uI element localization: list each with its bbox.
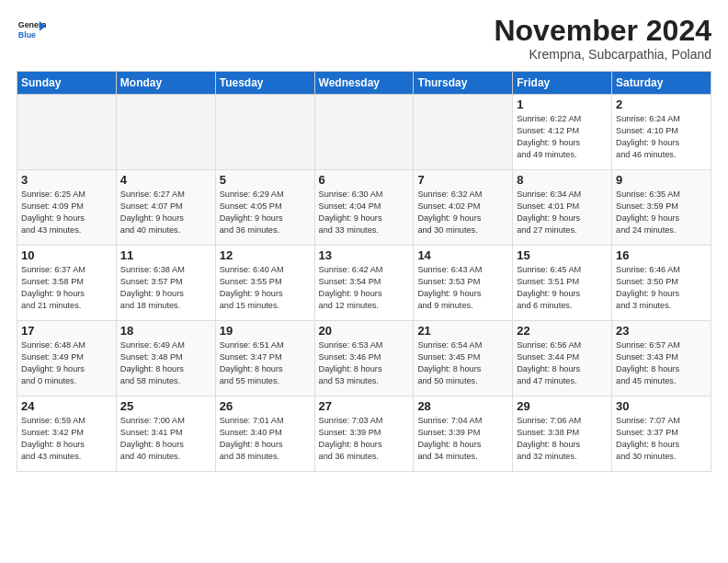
table-row: 7Sunrise: 6:32 AMSunset: 4:02 PMDaylight… <box>414 170 513 246</box>
day-info: Sunrise: 7:04 AMSunset: 3:39 PMDaylight:… <box>417 415 508 463</box>
table-row: 22Sunrise: 6:56 AMSunset: 3:44 PMDayligh… <box>513 321 612 396</box>
day-number: 13 <box>319 248 410 262</box>
day-number: 18 <box>120 324 211 338</box>
table-row: 29Sunrise: 7:06 AMSunset: 3:38 PMDayligh… <box>513 396 612 472</box>
table-row: 5Sunrise: 6:29 AMSunset: 4:05 PMDaylight… <box>215 170 314 246</box>
col-thursday: Thursday <box>414 72 513 95</box>
calendar-week-row: 24Sunrise: 6:59 AMSunset: 3:42 PMDayligh… <box>17 396 711 472</box>
table-row <box>314 95 414 170</box>
day-number: 24 <box>21 399 112 413</box>
title-section: November 2024 Krempna, Subcarpathia, Pol… <box>494 15 711 62</box>
day-number: 19 <box>220 324 311 338</box>
month-title: November 2024 <box>494 15 711 47</box>
col-sunday: Sunday <box>17 72 117 95</box>
table-row <box>17 95 117 170</box>
subtitle: Krempna, Subcarpathia, Poland <box>494 47 711 62</box>
day-number: 2 <box>616 98 707 111</box>
table-row: 25Sunrise: 7:00 AMSunset: 3:41 PMDayligh… <box>116 396 215 472</box>
table-row: 24Sunrise: 6:59 AMSunset: 3:42 PMDayligh… <box>17 396 117 472</box>
day-info: Sunrise: 6:54 AMSunset: 3:45 PMDaylight:… <box>417 339 508 387</box>
table-row: 13Sunrise: 6:42 AMSunset: 3:54 PMDayligh… <box>314 246 414 321</box>
day-info: Sunrise: 6:57 AMSunset: 3:43 PMDaylight:… <box>616 339 707 387</box>
table-row: 3Sunrise: 6:25 AMSunset: 4:09 PMDaylight… <box>17 170 117 246</box>
table-row: 15Sunrise: 6:45 AMSunset: 3:51 PMDayligh… <box>513 246 612 321</box>
table-row: 10Sunrise: 6:37 AMSunset: 3:58 PMDayligh… <box>17 246 117 321</box>
table-row: 6Sunrise: 6:30 AMSunset: 4:04 PMDaylight… <box>314 170 414 246</box>
day-info: Sunrise: 6:51 AMSunset: 3:47 PMDaylight:… <box>220 339 311 387</box>
logo: General Blue <box>17 15 46 44</box>
day-number: 5 <box>220 173 311 187</box>
day-info: Sunrise: 6:22 AMSunset: 4:12 PMDaylight:… <box>517 113 608 161</box>
day-info: Sunrise: 6:32 AMSunset: 4:02 PMDaylight:… <box>417 189 508 236</box>
day-info: Sunrise: 6:38 AMSunset: 3:57 PMDaylight:… <box>120 264 211 312</box>
day-info: Sunrise: 6:59 AMSunset: 3:42 PMDaylight:… <box>21 415 112 463</box>
table-row: 27Sunrise: 7:03 AMSunset: 3:39 PMDayligh… <box>314 396 414 472</box>
day-info: Sunrise: 6:43 AMSunset: 3:53 PMDaylight:… <box>417 264 508 312</box>
day-number: 4 <box>120 173 211 187</box>
day-number: 22 <box>517 324 608 338</box>
day-number: 8 <box>517 173 608 187</box>
table-row: 23Sunrise: 6:57 AMSunset: 3:43 PMDayligh… <box>612 321 711 396</box>
day-info: Sunrise: 6:30 AMSunset: 4:04 PMDaylight:… <box>319 189 410 236</box>
calendar-table: Sunday Monday Tuesday Wednesday Thursday… <box>17 71 711 472</box>
table-row: 14Sunrise: 6:43 AMSunset: 3:53 PMDayligh… <box>414 246 513 321</box>
table-row: 19Sunrise: 6:51 AMSunset: 3:47 PMDayligh… <box>215 321 314 396</box>
day-number: 16 <box>616 248 707 262</box>
day-info: Sunrise: 6:35 AMSunset: 3:59 PMDaylight:… <box>616 189 707 236</box>
day-number: 29 <box>517 399 608 413</box>
day-info: Sunrise: 6:46 AMSunset: 3:50 PMDaylight:… <box>616 264 707 312</box>
table-row: 2Sunrise: 6:24 AMSunset: 4:10 PMDaylight… <box>612 95 711 170</box>
table-row: 12Sunrise: 6:40 AMSunset: 3:55 PMDayligh… <box>215 246 314 321</box>
day-info: Sunrise: 6:48 AMSunset: 3:49 PMDaylight:… <box>21 339 112 387</box>
col-monday: Monday <box>116 72 215 95</box>
day-number: 15 <box>517 248 608 262</box>
table-row <box>215 95 314 170</box>
header: General Blue November 2024 Krempna, Subc… <box>17 15 711 62</box>
day-number: 6 <box>319 173 410 187</box>
day-number: 28 <box>417 399 508 413</box>
day-info: Sunrise: 6:27 AMSunset: 4:07 PMDaylight:… <box>120 189 211 236</box>
day-number: 21 <box>417 324 508 338</box>
table-row: 9Sunrise: 6:35 AMSunset: 3:59 PMDaylight… <box>612 170 711 246</box>
day-info: Sunrise: 6:29 AMSunset: 4:05 PMDaylight:… <box>220 189 311 236</box>
day-info: Sunrise: 7:01 AMSunset: 3:40 PMDaylight:… <box>220 415 311 463</box>
day-number: 27 <box>319 399 410 413</box>
day-info: Sunrise: 6:53 AMSunset: 3:46 PMDaylight:… <box>319 339 410 387</box>
col-friday: Friday <box>513 72 612 95</box>
day-number: 7 <box>417 173 508 187</box>
col-saturday: Saturday <box>612 72 711 95</box>
table-row: 1Sunrise: 6:22 AMSunset: 4:12 PMDaylight… <box>513 95 612 170</box>
day-number: 30 <box>616 399 707 413</box>
table-row: 17Sunrise: 6:48 AMSunset: 3:49 PMDayligh… <box>17 321 117 396</box>
day-number: 14 <box>417 248 508 262</box>
day-number: 20 <box>319 324 410 338</box>
day-info: Sunrise: 6:34 AMSunset: 4:01 PMDaylight:… <box>517 189 608 236</box>
calendar-week-row: 3Sunrise: 6:25 AMSunset: 4:09 PMDaylight… <box>17 170 711 246</box>
table-row: 8Sunrise: 6:34 AMSunset: 4:01 PMDaylight… <box>513 170 612 246</box>
calendar-week-row: 10Sunrise: 6:37 AMSunset: 3:58 PMDayligh… <box>17 246 711 321</box>
calendar-week-row: 17Sunrise: 6:48 AMSunset: 3:49 PMDayligh… <box>17 321 711 396</box>
day-info: Sunrise: 6:49 AMSunset: 3:48 PMDaylight:… <box>120 339 211 387</box>
table-row: 28Sunrise: 7:04 AMSunset: 3:39 PMDayligh… <box>414 396 513 472</box>
day-info: Sunrise: 7:07 AMSunset: 3:37 PMDaylight:… <box>616 415 707 463</box>
col-wednesday: Wednesday <box>314 72 414 95</box>
day-number: 25 <box>120 399 211 413</box>
table-row: 30Sunrise: 7:07 AMSunset: 3:37 PMDayligh… <box>612 396 711 472</box>
day-info: Sunrise: 6:45 AMSunset: 3:51 PMDaylight:… <box>517 264 608 312</box>
day-number: 3 <box>21 173 112 187</box>
table-row: 20Sunrise: 6:53 AMSunset: 3:46 PMDayligh… <box>314 321 414 396</box>
day-info: Sunrise: 6:42 AMSunset: 3:54 PMDaylight:… <box>319 264 410 312</box>
day-number: 23 <box>616 324 707 338</box>
day-number: 11 <box>120 248 211 262</box>
table-row: 16Sunrise: 6:46 AMSunset: 3:50 PMDayligh… <box>612 246 711 321</box>
day-number: 10 <box>21 248 112 262</box>
table-row: 4Sunrise: 6:27 AMSunset: 4:07 PMDaylight… <box>116 170 215 246</box>
page: General Blue November 2024 Krempna, Subc… <box>0 0 728 481</box>
day-info: Sunrise: 6:56 AMSunset: 3:44 PMDaylight:… <box>517 339 608 387</box>
day-info: Sunrise: 6:37 AMSunset: 3:58 PMDaylight:… <box>21 264 112 312</box>
day-info: Sunrise: 6:40 AMSunset: 3:55 PMDaylight:… <box>220 264 311 312</box>
day-info: Sunrise: 6:25 AMSunset: 4:09 PMDaylight:… <box>21 189 112 236</box>
calendar-week-row: 1Sunrise: 6:22 AMSunset: 4:12 PMDaylight… <box>17 95 711 170</box>
day-info: Sunrise: 7:06 AMSunset: 3:38 PMDaylight:… <box>517 415 608 463</box>
day-number: 9 <box>616 173 707 187</box>
